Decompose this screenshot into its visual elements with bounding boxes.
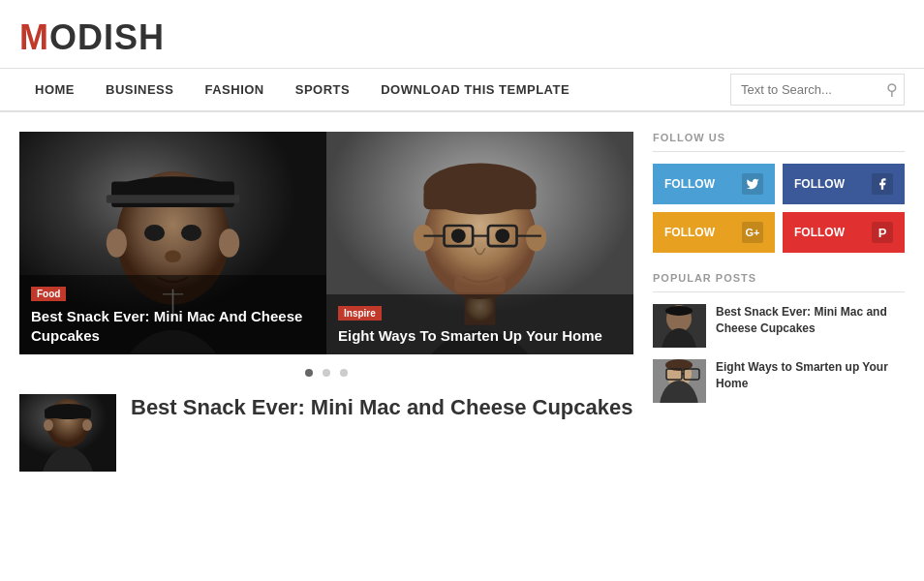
popular-post-1[interactable]: Best Snack Ever: Mini Mac and Cheese Cup… <box>653 304 905 348</box>
facebook-icon <box>872 173 893 195</box>
follow-facebook[interactable]: FOLLOW <box>783 164 905 204</box>
sidebar: FOLLOW US FOLLOW FOLLOW FOLLOW <box>653 132 905 472</box>
follow-google[interactable]: FOLLOW g+ <box>653 212 775 253</box>
follow-twitter-label: FOLLOW <box>664 177 715 191</box>
popular-thumb-1 <box>653 304 706 348</box>
content-area: Food Best Snack Ever: Mini Mac And Chees… <box>19 132 633 472</box>
svg-rect-28 <box>454 277 506 292</box>
logo-rest: ODISH <box>49 17 165 57</box>
nav-download-template[interactable]: DOWNLOAD THIS TEMPLATE <box>365 69 585 110</box>
pinterest-icon: P <box>872 222 893 243</box>
svg-rect-5 <box>107 195 239 202</box>
follow-section: FOLLOW US FOLLOW FOLLOW FOLLOW <box>653 132 905 253</box>
slide-1-overlay: Food Best Snack Ever: Mini Mac And Chees… <box>19 275 326 354</box>
popular-post-1-title: Best Snack Ever: Mini Mac and Cheese Cup… <box>716 304 905 337</box>
svg-point-33 <box>44 419 53 431</box>
follow-grid: FOLLOW FOLLOW FOLLOW g+ <box>653 164 905 253</box>
svg-point-8 <box>144 225 165 241</box>
popular-post-2-title: Eight Ways to Smarten up Your Home <box>716 359 905 392</box>
nav-home[interactable]: HOME <box>19 69 90 110</box>
svg-point-9 <box>181 225 201 241</box>
article-title: Best Snack Ever: Mini Mac and Cheese Cup… <box>131 394 632 422</box>
slide-1-category: Food <box>31 287 66 301</box>
popular-post-2[interactable]: Eight Ways to Smarten up Your Home <box>653 359 905 403</box>
follow-google-label: FOLLOW <box>664 226 715 239</box>
svg-point-10 <box>165 250 181 262</box>
dot-1[interactable] <box>305 369 313 377</box>
nav-sports[interactable]: SPORTS <box>280 69 365 110</box>
popular-thumb-2 <box>653 359 706 403</box>
article-thumbnail <box>19 394 116 472</box>
slide-1[interactable]: Food Best Snack Ever: Mini Mac And Chees… <box>19 132 326 354</box>
follow-twitter[interactable]: FOLLOW <box>653 164 775 204</box>
twitter-icon <box>742 173 763 195</box>
follow-pinterest-label: FOLLOW <box>794 226 845 239</box>
search-box[interactable]: ⚲ <box>730 74 905 106</box>
article-info: Best Snack Ever: Mini Mac and Cheese Cup… <box>131 394 632 472</box>
svg-point-6 <box>107 229 127 258</box>
svg-rect-32 <box>45 409 91 418</box>
logo-letter-m: M <box>19 17 49 57</box>
follow-pinterest[interactable]: FOLLOW P <box>783 212 905 253</box>
svg-rect-18 <box>423 189 536 209</box>
svg-point-26 <box>451 229 466 243</box>
dot-3[interactable] <box>340 369 348 377</box>
svg-point-27 <box>495 229 509 243</box>
follow-title: FOLLOW US <box>653 132 905 152</box>
logo: MODISH <box>19 17 905 58</box>
slide-1-title: Best Snack Ever: Mini Mac And Cheese Cup… <box>31 307 315 345</box>
slider-dots <box>19 354 633 389</box>
navigation: HOME BUSINESS FASHION SPORTS DOWNLOAD TH… <box>0 68 924 111</box>
svg-point-19 <box>414 225 434 251</box>
popular-posts-title: POPULAR POSTS <box>653 272 905 292</box>
dot-2[interactable] <box>323 369 330 377</box>
main-layout: Food Best Snack Ever: Mini Mac And Chees… <box>0 112 924 491</box>
article-preview: Best Snack Ever: Mini Mac and Cheese Cup… <box>19 394 633 472</box>
slide-2-overlay: Inspire Eight Ways To Smarten Up Your Ho… <box>326 294 633 355</box>
slide-2-title: Eight Ways To Smarten Up Your Home <box>338 326 622 346</box>
nav-business[interactable]: BUSINESS <box>90 69 189 110</box>
nav-links: HOME BUSINESS FASHION SPORTS DOWNLOAD TH… <box>19 69 585 110</box>
google-icon: g+ <box>742 222 763 243</box>
search-icon: ⚲ <box>886 80 898 99</box>
nav-fashion[interactable]: FASHION <box>189 69 279 110</box>
header: MODISH <box>0 0 924 68</box>
svg-point-34 <box>82 419 92 431</box>
slider-images: Food Best Snack Ever: Mini Mac And Chees… <box>19 132 633 354</box>
search-input[interactable] <box>741 82 886 97</box>
svg-point-20 <box>526 225 546 251</box>
svg-point-7 <box>219 229 239 258</box>
hero-slider: Food Best Snack Ever: Mini Mac And Chees… <box>19 132 633 389</box>
slide-2-category: Inspire <box>338 306 382 321</box>
popular-posts-section: POPULAR POSTS Best Snack Ever: Mini Mac … <box>653 272 905 403</box>
slide-2[interactable]: Inspire Eight Ways To Smarten Up Your Ho… <box>326 132 633 354</box>
svg-rect-4 <box>111 182 234 207</box>
svg-point-38 <box>665 306 693 316</box>
follow-facebook-label: FOLLOW <box>794 177 845 191</box>
